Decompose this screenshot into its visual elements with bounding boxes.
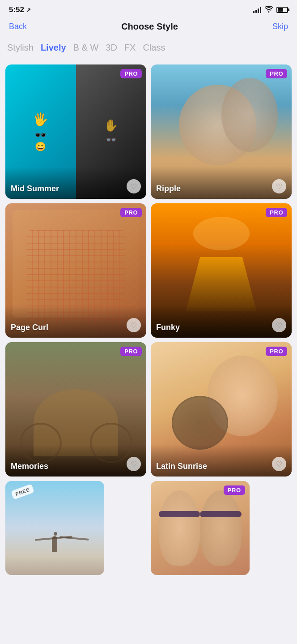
card-label-page-curl: Page Curl ♡ [5, 305, 146, 338]
heart-latin-sunrise[interactable]: ♡ [272, 457, 286, 471]
status-bar: 5:52 ↗ [0, 0, 297, 18]
tab-3d[interactable]: 3D [106, 41, 117, 55]
battery-icon [276, 7, 288, 13]
pro-badge-last: PRO [224, 485, 245, 495]
page-title: Choose Style [121, 21, 178, 32]
heart-funky[interactable]: ♡ [272, 318, 286, 332]
pro-badge-page-curl: PRO [120, 208, 142, 217]
pro-badge-funky: PRO [266, 208, 287, 217]
card-label-funky: Funky ♡ [151, 305, 292, 338]
wifi-icon [265, 6, 273, 14]
heart-ripple[interactable]: ♡ [272, 179, 286, 193]
card-funky[interactable]: PRO Funky ♡ [151, 203, 292, 338]
tab-stylish[interactable]: Stylish [7, 41, 34, 55]
back-button[interactable]: Back [9, 22, 27, 31]
heart-mid-summer[interactable]: ♡ [127, 179, 141, 193]
time-text: 5:52 [9, 5, 24, 14]
card-memories[interactable]: PRO Memories ♡ [5, 342, 146, 477]
heart-memories[interactable]: ♡ [127, 457, 141, 471]
card-label-mid-summer: Mid Summer ♡ [5, 167, 146, 199]
pro-badge-mid-summer: PRO [120, 69, 142, 78]
heart-page-curl[interactable]: ♡ [127, 318, 141, 332]
card-free[interactable]: FREE [5, 481, 104, 575]
tab-fx[interactable]: FX [124, 41, 136, 55]
location-icon: ↗ [26, 7, 31, 13]
tab-class[interactable]: Class [143, 41, 165, 55]
pro-badge-latin-sunrise: PRO [266, 347, 287, 356]
skip-button[interactable]: Skip [272, 22, 288, 31]
tab-lively[interactable]: Lively [41, 41, 66, 55]
card-mid-summer[interactable]: 🖐️ 🕶️ 😀 ✋ 👓 PRO Mid Summer ♡ [5, 64, 146, 199]
card-label-memories: Memories ♡ [5, 444, 146, 477]
header: Back Choose Style Skip [0, 18, 297, 37]
tab-bar: Stylish Lively B & W 3D FX Class [0, 37, 297, 60]
pro-badge-memories: PRO [120, 347, 142, 356]
card-ripple[interactable]: PRO Ripple ♡ [151, 64, 292, 199]
signal-icon [253, 7, 261, 13]
pro-badge-ripple: PRO [266, 69, 287, 78]
card-label-latin-sunrise: Latin Sunrise ♡ [151, 444, 292, 477]
status-time: 5:52 ↗ [9, 5, 31, 14]
card-latin-sunrise[interactable]: PRO Latin Sunrise ♡ [151, 342, 292, 477]
status-icons [253, 6, 288, 14]
card-last[interactable]: PRO [151, 481, 250, 575]
tab-bw[interactable]: B & W [73, 41, 99, 55]
card-page-curl[interactable]: PRO Page Curl ♡ [5, 203, 146, 338]
style-grid: 🖐️ 🕶️ 😀 ✋ 👓 PRO Mid Summer ♡ PRO [0, 60, 297, 580]
card-label-ripple: Ripple ♡ [151, 167, 292, 199]
